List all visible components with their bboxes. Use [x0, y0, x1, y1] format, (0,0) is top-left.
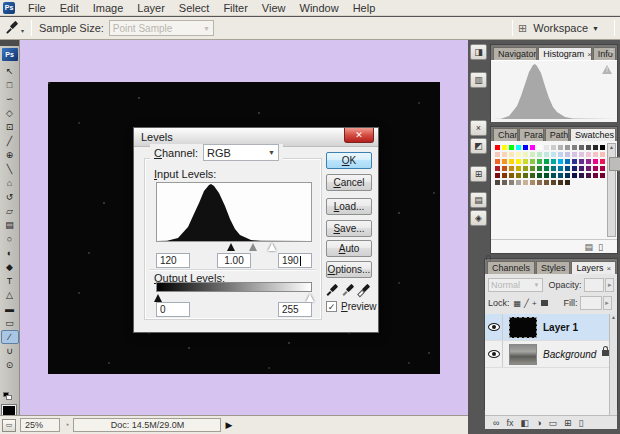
tool-spot-healing[interactable]: ⊕	[1, 148, 19, 162]
tool-move[interactable]: ↖	[1, 64, 19, 78]
tab-paths[interactable]: Path ×	[545, 128, 569, 141]
menu-item[interactable]: Layer	[130, 0, 172, 16]
visibility-toggle[interactable]	[485, 341, 503, 367]
color-swatch[interactable]	[550, 165, 557, 172]
input-highlight-field[interactable]: 190	[278, 253, 312, 268]
tool-pen[interactable]: ◆	[1, 260, 19, 274]
lock-all-icon[interactable]	[541, 300, 548, 306]
color-swatch[interactable]	[529, 151, 536, 158]
tab-character[interactable]: Char ×	[493, 128, 518, 141]
color-swatch[interactable]	[529, 158, 536, 165]
color-swatch[interactable]	[536, 172, 543, 179]
color-swatch[interactable]	[550, 151, 557, 158]
dock-icon-layer-comps[interactable]: ▥	[470, 72, 487, 88]
dock-icon-history[interactable]: ◨	[470, 44, 487, 60]
color-swatch[interactable]	[599, 165, 606, 172]
output-shadow-field[interactable]: 0	[156, 302, 190, 317]
color-swatch[interactable]	[585, 158, 592, 165]
color-swatch[interactable]	[501, 165, 508, 172]
color-swatch[interactable]	[550, 158, 557, 165]
tool-zoom[interactable]: ⊙	[1, 358, 19, 372]
layer-thumbnail[interactable]	[509, 317, 537, 338]
color-swatch[interactable]	[543, 158, 550, 165]
color-swatch[interactable]	[515, 165, 522, 172]
input-midtone-slider[interactable]	[249, 243, 257, 251]
menu-item[interactable]: Help	[346, 0, 383, 16]
status-popup-arrow-icon[interactable]: ▶	[225, 420, 232, 430]
eyedropper-tool-icon[interactable]	[6, 21, 20, 35]
cancel-button[interactable]: Cancel	[326, 174, 372, 191]
color-swatch[interactable]	[571, 158, 578, 165]
menu-item[interactable]: Edit	[53, 0, 86, 16]
dock-icon-brushes[interactable]: ◩	[470, 138, 487, 154]
tool-rectangular-marquee[interactable]: □	[1, 78, 19, 92]
preview-checkbox[interactable]: ✓	[326, 301, 337, 312]
color-swatch[interactable]	[522, 165, 529, 172]
tool-eraser[interactable]: ▱	[1, 204, 19, 218]
layer-name[interactable]: Layer 1	[543, 322, 578, 333]
load-button[interactable]: Load...	[326, 198, 372, 215]
color-swatch[interactable]	[501, 179, 508, 186]
tool-type[interactable]: T	[1, 274, 19, 288]
color-swatch[interactable]	[592, 151, 599, 158]
color-swatch[interactable]	[536, 158, 543, 165]
tool-clone-stamp[interactable]: ⌂	[1, 176, 19, 190]
delete-swatch-icon[interactable]: ▯	[598, 242, 603, 252]
scrollbar-thumb[interactable]	[609, 157, 620, 171]
color-swatch[interactable]	[501, 172, 508, 179]
lock-position-icon[interactable]: +	[532, 299, 537, 308]
white-point-eyedropper-icon[interactable]	[358, 283, 371, 297]
color-swatch[interactable]	[585, 151, 592, 158]
color-swatch[interactable]	[578, 151, 585, 158]
dock-icon-character[interactable]: ▤	[470, 192, 487, 208]
input-highlight-slider[interactable]	[268, 243, 276, 251]
tab-styles[interactable]: Styles ×	[536, 261, 570, 274]
panel-menu-icon[interactable]: ≡	[609, 47, 614, 56]
output-shadow-slider[interactable]	[154, 294, 162, 302]
dialog-close-icon[interactable]: ✕	[344, 128, 374, 143]
tool-slice[interactable]: ╱	[1, 134, 19, 148]
color-swatch[interactable]	[592, 165, 599, 172]
layer-style-icon[interactable]: fx	[506, 418, 513, 428]
color-swatch[interactable]	[494, 151, 501, 158]
color-swatch[interactable]	[585, 172, 592, 179]
color-swatch[interactable]	[557, 158, 564, 165]
color-swatch[interactable]	[494, 144, 501, 151]
tab-navigator[interactable]: Navigator ×	[493, 47, 537, 60]
color-swatch[interactable]	[522, 151, 529, 158]
color-swatch[interactable]	[508, 144, 515, 151]
visibility-toggle[interactable]	[485, 314, 503, 340]
color-swatch[interactable]	[494, 158, 501, 165]
color-swatch[interactable]	[557, 179, 564, 186]
color-swatch[interactable]	[529, 172, 536, 179]
dock-icon-tool-presets[interactable]: ×	[470, 120, 487, 136]
color-swatch[interactable]	[543, 172, 550, 179]
color-swatch[interactable]	[543, 165, 550, 172]
color-swatch[interactable]	[578, 172, 585, 179]
options-button[interactable]: Options...	[326, 261, 372, 278]
color-swatch[interactable]	[578, 165, 585, 172]
color-swatch[interactable]	[536, 144, 543, 151]
color-swatch[interactable]	[564, 165, 571, 172]
color-swatch[interactable]	[585, 144, 592, 151]
swatches-scrollbar[interactable]: ▲	[607, 143, 616, 237]
tool-shape[interactable]: ▬	[1, 302, 19, 316]
menu-item[interactable]: View	[255, 0, 293, 16]
color-swatch[interactable]	[536, 151, 543, 158]
color-swatch[interactable]	[522, 172, 529, 179]
adjustment-layer-icon[interactable]: ◑	[536, 418, 541, 428]
color-swatch[interactable]	[564, 172, 571, 179]
color-swatch[interactable]	[557, 172, 564, 179]
color-swatch[interactable]	[522, 144, 529, 151]
tab-close-icon[interactable]: ×	[606, 264, 611, 273]
color-swatch[interactable]	[599, 158, 606, 165]
delete-layer-icon[interactable]: ▯	[578, 418, 583, 428]
color-swatch[interactable]	[564, 158, 571, 165]
color-swatch[interactable]	[571, 165, 578, 172]
tab-swatches[interactable]: Swatches ×	[570, 128, 616, 141]
layer-row-layer-1[interactable]: Layer 1	[485, 314, 617, 341]
default-colors-icon[interactable]	[3, 392, 13, 401]
tool-preset-arrow-icon[interactable]: ▾	[21, 27, 24, 34]
tab-channels[interactable]: Channels ×	[487, 261, 535, 274]
color-swatch[interactable]	[529, 144, 536, 151]
